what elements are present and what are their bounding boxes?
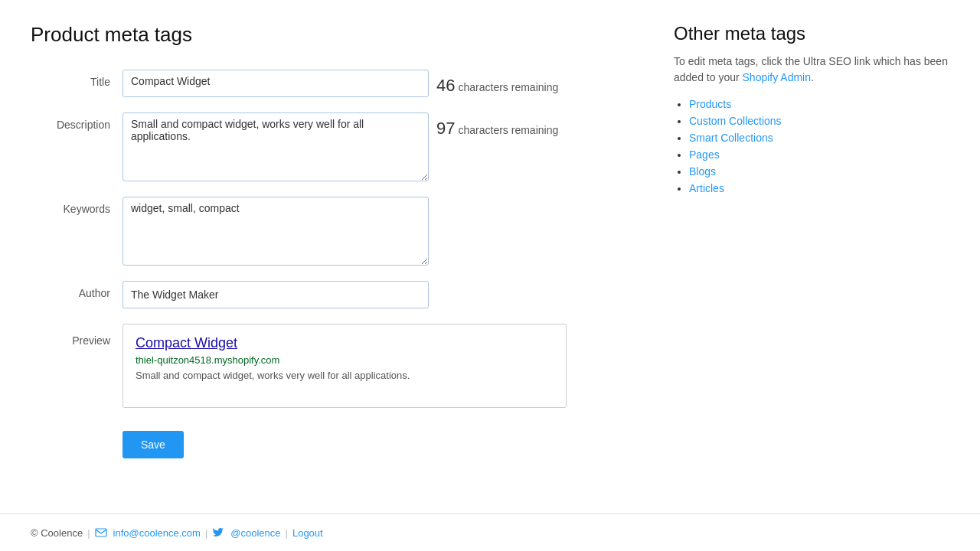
preview-title-link[interactable]: Compact Widget bbox=[136, 335, 554, 351]
description-field-wrap: Small and compact widget, works very wel… bbox=[122, 112, 628, 181]
footer-sep-1: | bbox=[87, 527, 90, 539]
email-link[interactable]: info@coolence.com bbox=[113, 527, 201, 539]
list-item-products: Products bbox=[689, 98, 949, 110]
author-label: Author bbox=[31, 281, 122, 299]
keywords-label: Keywords bbox=[31, 197, 122, 215]
author-row: Author bbox=[31, 281, 628, 308]
list-item-pages: Pages bbox=[689, 148, 949, 161]
title-input[interactable]: Compact Widget bbox=[122, 70, 429, 97]
list-item-smart-collections: Smart Collections bbox=[689, 132, 949, 144]
description-input[interactable]: Small and compact widget, works very wel… bbox=[122, 112, 429, 181]
description-label: Description bbox=[31, 112, 122, 131]
blogs-link[interactable]: Blogs bbox=[689, 165, 716, 178]
copyright-text: © Coolence bbox=[31, 527, 83, 539]
shopify-admin-link[interactable]: Shopify Admin bbox=[743, 71, 812, 83]
footer: © Coolence | info@coolence.com | @coolen… bbox=[0, 514, 980, 551]
preview-field-wrap: Compact Widget thiel-quitzon4518.myshopi… bbox=[122, 324, 628, 408]
articles-link[interactable]: Articles bbox=[689, 182, 724, 194]
preview-label: Preview bbox=[31, 324, 122, 347]
twitter-link[interactable]: @coolence bbox=[230, 527, 280, 539]
list-item-custom-collections: Custom Collections bbox=[689, 115, 949, 127]
page-title: Product meta tags bbox=[31, 23, 628, 47]
email-icon bbox=[95, 527, 107, 539]
pages-link[interactable]: Pages bbox=[689, 148, 720, 161]
title-row: Title Compact Widget 46characters remain… bbox=[31, 70, 628, 97]
right-panel: Other meta tags To edit meta tags, click… bbox=[658, 23, 949, 458]
save-button-wrap: Save bbox=[31, 423, 628, 458]
preview-description: Small and compact widget, works very wel… bbox=[136, 370, 410, 381]
keywords-input[interactable]: widget, small, compact bbox=[122, 197, 429, 266]
title-char-count: 46characters remaining bbox=[436, 70, 558, 96]
description-char-count: 97characters remaining bbox=[436, 112, 558, 139]
preview-box: Compact Widget thiel-quitzon4518.myshopi… bbox=[122, 324, 567, 408]
preview-url: thiel-quitzon4518.myshopify.com bbox=[136, 354, 554, 366]
twitter-icon bbox=[212, 527, 224, 539]
keywords-row: Keywords widget, small, compact bbox=[31, 197, 628, 266]
custom-collections-link[interactable]: Custom Collections bbox=[689, 115, 782, 127]
title-field-wrap: Compact Widget 46characters remaining bbox=[122, 70, 628, 97]
keywords-field-wrap: widget, small, compact bbox=[122, 197, 628, 266]
logout-link[interactable]: Logout bbox=[292, 527, 323, 539]
list-item-blogs: Blogs bbox=[689, 165, 949, 178]
preview-row: Preview Compact Widget thiel-quitzon4518… bbox=[31, 324, 628, 408]
meta-tags-list: Products Custom Collections Smart Collec… bbox=[674, 98, 949, 194]
save-button[interactable]: Save bbox=[122, 431, 184, 458]
other-meta-tags-intro: To edit meta tags, click the Ultra SEO l… bbox=[674, 54, 949, 86]
smart-collections-link[interactable]: Smart Collections bbox=[689, 132, 773, 144]
list-item-articles: Articles bbox=[689, 182, 949, 194]
footer-sep-2: | bbox=[205, 527, 207, 539]
products-link[interactable]: Products bbox=[689, 98, 731, 110]
description-row: Description Small and compact widget, wo… bbox=[31, 112, 628, 181]
author-field-wrap bbox=[122, 281, 628, 308]
svg-rect-0 bbox=[96, 529, 106, 536]
footer-sep-3: | bbox=[286, 527, 288, 539]
left-panel: Product meta tags Title Compact Widget 4… bbox=[31, 23, 628, 458]
title-label: Title bbox=[31, 70, 122, 88]
author-input[interactable] bbox=[122, 281, 429, 308]
other-meta-tags-title: Other meta tags bbox=[674, 23, 949, 44]
